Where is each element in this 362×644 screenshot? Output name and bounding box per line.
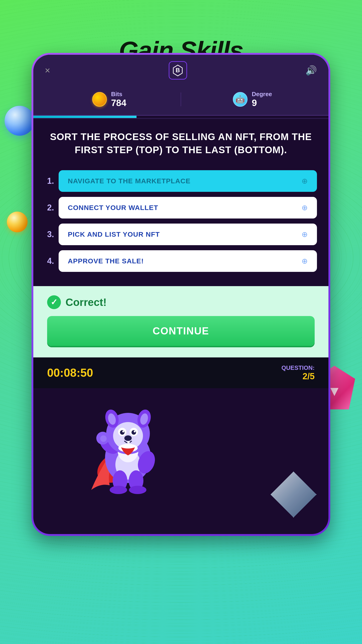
sort-number-3: 3. bbox=[45, 230, 54, 239]
svg-point-24 bbox=[110, 486, 127, 494]
question-text: SORT THE PROCESS OF SELLING AN NFT, FROM… bbox=[47, 130, 315, 156]
question-label: QUESTION: bbox=[282, 364, 315, 372]
progress-bar bbox=[33, 116, 329, 118]
degree-stat: 🤖 Degree 9 bbox=[190, 90, 315, 108]
sort-item-3[interactable]: PICK AND LIST YOUR NFT ⊕ bbox=[59, 224, 317, 245]
correct-text: Correct! bbox=[65, 296, 107, 308]
sort-item-2[interactable]: CONNECT YOUR WALLET ⊕ bbox=[59, 197, 317, 218]
degree-avatar: 🤖 bbox=[233, 92, 248, 107]
sort-number-1: 1. bbox=[45, 176, 54, 186]
svg-point-19 bbox=[134, 430, 136, 432]
bits-stat: Bits 784 bbox=[47, 90, 171, 108]
phone-border: × B 🔊 Bits 784 bbox=[31, 53, 330, 536]
sort-item-text-2: CONNECT YOUR WALLET bbox=[68, 204, 158, 212]
coin-icon bbox=[92, 92, 107, 107]
mascot-dog bbox=[77, 398, 174, 494]
phone-mockup: × B 🔊 Bits 784 bbox=[31, 53, 330, 536]
sort-item-text-3: PICK AND LIST YOUR NFT bbox=[68, 230, 160, 238]
svg-point-20 bbox=[124, 436, 132, 441]
svg-rect-21 bbox=[127, 441, 130, 444]
sound-icon[interactable]: 🔊 bbox=[306, 65, 317, 76]
sort-number-2: 2. bbox=[45, 203, 54, 212]
bits-label: Bits bbox=[111, 90, 126, 98]
stats-bar: Bits 784 🤖 Degree 9 bbox=[33, 86, 329, 116]
progress-fill bbox=[33, 116, 136, 118]
stat-divider bbox=[181, 92, 181, 106]
header-bar: × B 🔊 bbox=[33, 55, 329, 86]
question-count: QUESTION: 2/5 bbox=[282, 364, 315, 381]
drag-icon-3: ⊕ bbox=[302, 230, 308, 239]
sphere-decoration-gold bbox=[7, 212, 27, 232]
drag-icon-2: ⊕ bbox=[302, 203, 308, 212]
progress-container bbox=[33, 116, 329, 119]
sort-row-3: 3. PICK AND LIST YOUR NFT ⊕ bbox=[45, 224, 317, 245]
sort-item-1[interactable]: NAVIGATE TO THE MARKETPLACE ⊕ bbox=[59, 170, 317, 192]
sort-area: 1. NAVIGATE TO THE MARKETPLACE ⊕ 2. CONN… bbox=[33, 166, 329, 286]
correct-badge: ✓ Correct! bbox=[47, 295, 315, 309]
sort-number-4: 4. bbox=[45, 256, 54, 266]
feedback-area: ✓ Correct! CONTINUE bbox=[33, 286, 329, 358]
sort-item-text-1: NAVIGATE TO THE MARKETPLACE bbox=[68, 177, 191, 185]
drag-icon-4: ⊕ bbox=[302, 257, 308, 266]
bottom-bar: 00:08:50 QUESTION: 2/5 bbox=[33, 358, 329, 388]
check-icon: ✓ bbox=[47, 295, 61, 309]
timer: 00:08:50 bbox=[47, 366, 93, 380]
bits-info: Bits 784 bbox=[111, 90, 126, 108]
sort-item-text-4: APPROVE THE SALE! bbox=[68, 257, 144, 265]
degree-label: Degree bbox=[252, 90, 272, 98]
question-number: 2/5 bbox=[282, 372, 315, 381]
sort-row-2: 2. CONNECT YOUR WALLET ⊕ bbox=[45, 197, 317, 218]
degree-info: Degree 9 bbox=[252, 90, 272, 108]
svg-point-17 bbox=[131, 430, 136, 435]
bits-value: 784 bbox=[111, 98, 126, 108]
svg-point-18 bbox=[122, 430, 124, 432]
degree-value: 9 bbox=[252, 98, 272, 108]
continue-button[interactable]: CONTINUE bbox=[47, 316, 315, 346]
app-logo: B bbox=[169, 61, 187, 80]
close-button[interactable]: × bbox=[45, 65, 50, 76]
svg-point-16 bbox=[120, 430, 125, 435]
sort-row-1: 1. NAVIGATE TO THE MARKETPLACE ⊕ bbox=[45, 170, 317, 192]
svg-point-25 bbox=[129, 486, 146, 494]
svg-point-26 bbox=[100, 436, 107, 442]
question-area: SORT THE PROCESS OF SELLING AN NFT, FROM… bbox=[33, 119, 329, 166]
sphere-decoration-blue bbox=[4, 106, 34, 136]
sort-item-4[interactable]: APPROVE THE SALE! ⊕ bbox=[59, 250, 317, 272]
drag-icon-1: ⊕ bbox=[302, 177, 308, 186]
crystal-decoration bbox=[271, 472, 317, 518]
sort-row-4: 4. APPROVE THE SALE! ⊕ bbox=[45, 250, 317, 272]
svg-text:B: B bbox=[176, 67, 180, 74]
